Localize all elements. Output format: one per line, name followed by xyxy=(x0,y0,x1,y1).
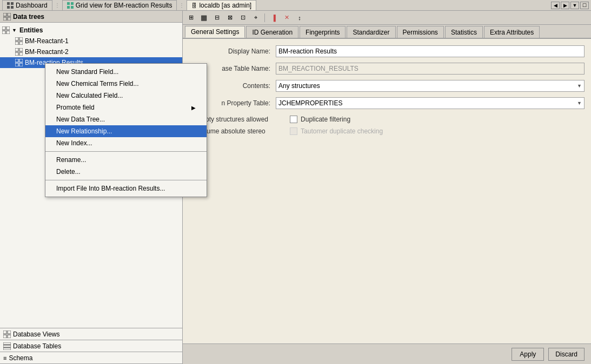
right-panel: ⊞ ▦ ⊟ ⊠ ⊡ ⌖ ▐ ✕ ↕ General Settings ID Ge… xyxy=(183,11,591,364)
window-controls: ◀ ▶ ▼ ☐ xyxy=(551,2,589,9)
svg-rect-23 xyxy=(19,52,23,56)
entities-icon xyxy=(2,26,10,34)
content-area: Display Name: ase Table Name: Contents: … xyxy=(183,39,591,343)
tautomer-duplicate-label: Tautomer duplicate checking xyxy=(301,127,383,135)
form-row-display-name: Display Name: xyxy=(189,45,585,57)
svg-rect-5 xyxy=(71,2,74,5)
tab-general-settings[interactable]: General Settings xyxy=(185,26,245,38)
tab-id-generation-label: ID Generation xyxy=(252,29,293,36)
svg-rect-7 xyxy=(71,6,74,9)
tree-item-reactant1-label: BM-Reactant-1 xyxy=(25,37,69,45)
empty-structures-label: mpty structures allowed xyxy=(200,116,268,123)
svg-rect-21 xyxy=(19,48,23,51)
svg-rect-6 xyxy=(67,6,70,9)
menu-new-data-tree-label: New Data Tree... xyxy=(56,116,105,123)
entities-header[interactable]: ▼ Entities xyxy=(0,25,182,36)
apply-button[interactable]: Apply xyxy=(512,348,544,361)
menu-new-chemical-terms-field[interactable]: New Chemical Terms Field... xyxy=(45,78,207,90)
svg-rect-8 xyxy=(3,13,6,16)
tab-localdb[interactable]: 🗄 localdb [as admin] xyxy=(187,0,256,10)
tautomer-duplicate-checkbox[interactable] xyxy=(290,127,297,135)
discard-button[interactable]: Discard xyxy=(548,348,585,361)
tab-fingerprints-label: Fingerprints xyxy=(306,29,340,36)
svg-rect-32 xyxy=(3,342,11,345)
tab-extra-attributes[interactable]: Extra Attributes xyxy=(484,26,540,38)
svg-rect-19 xyxy=(19,42,23,45)
toolbar-btn-6[interactable]: ⌖ xyxy=(250,12,262,23)
toolbar: ⊞ ▦ ⊟ ⊠ ⊡ ⌖ ▐ ✕ ↕ xyxy=(183,11,591,25)
tab-id-generation[interactable]: ID Generation xyxy=(246,26,298,38)
tab-grid-view[interactable]: Grid view for BM-reaction Results xyxy=(62,0,177,10)
svg-rect-4 xyxy=(67,2,70,5)
footer-schema-label: Schema xyxy=(9,354,32,362)
duplicate-filtering-checkbox[interactable] xyxy=(290,116,297,123)
data-trees-header: Data trees xyxy=(0,11,182,23)
db-table-input[interactable] xyxy=(276,63,585,75)
toolbar-btn-3[interactable]: ⊟ xyxy=(211,12,223,23)
svg-rect-17 xyxy=(19,37,23,41)
win-min-btn[interactable]: ▼ xyxy=(570,2,579,9)
tree-item-reactant2[interactable]: BM-Reactant-2 xyxy=(0,46,182,57)
menu-new-index[interactable]: New Index... xyxy=(45,137,207,149)
win-fwd-btn[interactable]: ▶ xyxy=(561,2,569,9)
display-name-input[interactable] xyxy=(276,45,585,57)
svg-rect-16 xyxy=(15,37,18,41)
tab-general-settings-label: General Settings xyxy=(191,28,239,36)
win-back-btn[interactable]: ◀ xyxy=(551,2,560,9)
tab-grid-label: Grid view for BM-reaction Results xyxy=(76,2,172,9)
svg-rect-18 xyxy=(15,42,18,45)
reactant2-icon xyxy=(15,48,23,56)
tab-permissions[interactable]: Permissions xyxy=(397,26,444,38)
tab-dashboard[interactable]: Dashboard xyxy=(2,0,52,10)
menu-delete-label: Delete... xyxy=(56,168,81,176)
svg-rect-26 xyxy=(15,63,18,66)
tree-item-reactant2-label: BM-Reactant-2 xyxy=(25,48,69,56)
menu-import-file[interactable]: Import File Into BM-reaction Results... xyxy=(45,183,207,194)
svg-rect-31 xyxy=(8,335,11,338)
footer-schema[interactable]: ≡ Schema xyxy=(0,352,182,364)
tab-standardizer[interactable]: Standardizer xyxy=(347,26,395,38)
toolbar-btn-4[interactable]: ⊠ xyxy=(224,12,236,23)
menu-new-standard-field[interactable]: New Standard Field... xyxy=(45,66,207,78)
tautomer-duplicate-row: Tautomer duplicate checking xyxy=(290,127,383,135)
menu-new-relationship[interactable]: New Relationship... xyxy=(45,125,207,137)
svg-rect-15 xyxy=(6,31,10,34)
svg-rect-33 xyxy=(3,345,11,347)
property-table-arrow-icon: ▼ xyxy=(577,100,582,106)
menu-rename[interactable]: Rename... xyxy=(45,154,207,166)
svg-rect-30 xyxy=(3,335,6,338)
toolbar-btn-chart[interactable]: ▐ xyxy=(268,12,280,23)
footer-db-views-label: Database Views xyxy=(13,331,60,338)
svg-rect-28 xyxy=(3,331,6,334)
svg-rect-0 xyxy=(7,2,10,5)
promote-field-arrow-icon: ▶ xyxy=(191,105,196,111)
tab-fingerprints[interactable]: Fingerprints xyxy=(300,26,346,38)
menu-delete[interactable]: Delete... xyxy=(45,166,207,178)
toolbar-btn-arrow[interactable]: ↕ xyxy=(294,12,306,23)
toolbar-btn-2[interactable]: ▦ xyxy=(198,12,210,23)
svg-rect-12 xyxy=(2,26,5,30)
property-table-select[interactable]: JCHEMPROPERTIES ▼ xyxy=(276,97,585,109)
win-max-btn[interactable]: ☐ xyxy=(580,2,589,9)
toolbar-btn-1[interactable]: ⊞ xyxy=(185,12,197,23)
svg-rect-22 xyxy=(15,52,18,56)
toolbar-btn-5[interactable]: ⊡ xyxy=(237,12,249,23)
footer-db-tables[interactable]: Database Tables xyxy=(0,340,182,352)
menu-promote-field[interactable]: Promote field ▶ xyxy=(45,102,207,113)
tab-statistics[interactable]: Statistics xyxy=(445,26,483,38)
data-trees-title: Data trees xyxy=(13,13,44,21)
svg-rect-11 xyxy=(8,17,11,21)
toolbar-btn-x[interactable]: ✕ xyxy=(281,12,293,23)
menu-new-index-label: New Index... xyxy=(56,139,92,147)
svg-rect-1 xyxy=(11,2,14,5)
footer-db-views[interactable]: Database Views xyxy=(0,328,182,340)
form-row-property-table: n Property Table: JCHEMPROPERTIES ▼ xyxy=(189,97,585,109)
tree-item-reactant1[interactable]: BM-Reactant-1 xyxy=(0,36,182,46)
menu-new-standard-field-label: New Standard Field... xyxy=(56,68,118,76)
tab-statistics-label: Statistics xyxy=(451,29,477,36)
menu-new-calculated-field[interactable]: New Calculated Field... xyxy=(45,90,207,102)
footer-db-tables-label: Database Tables xyxy=(13,342,61,350)
tab-sep-1: ⋮ xyxy=(52,2,62,8)
menu-new-data-tree[interactable]: New Data Tree... xyxy=(45,113,207,125)
contents-select[interactable]: Any structures ▼ xyxy=(276,80,585,92)
